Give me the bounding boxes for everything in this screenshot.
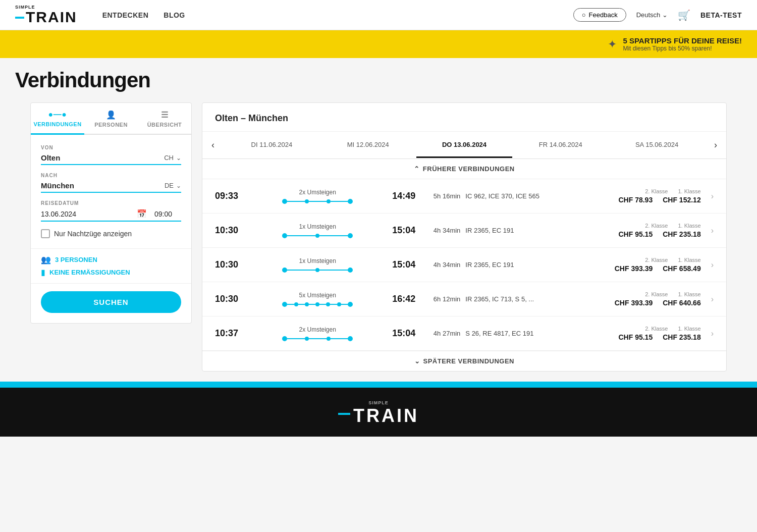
route-title: Olten – München	[215, 113, 288, 123]
conn-expand-icon-4[interactable]: ›	[711, 329, 714, 338]
nav-entdecken[interactable]: ENTDECKEN	[102, 11, 149, 19]
calendar-icon[interactable]: 📅	[137, 209, 147, 219]
date-tab-4[interactable]: SA 15.06.2024	[609, 133, 705, 158]
nav-blog[interactable]: BLOG	[164, 11, 185, 19]
feedback-button[interactable]: ○ Feedback	[573, 8, 626, 22]
conn-price1-1: CHF 235.18	[663, 230, 700, 238]
search-button[interactable]: SUCHEN	[41, 291, 181, 313]
conn-transfer-label-3: 5x Umsteigen	[299, 292, 336, 299]
conn-price-labels-2: 2. Klasse 1. Klasse	[610, 257, 701, 263]
connection-row-0[interactable]: 09:33 2x Umsteigen 14:49 5h 16min IC 962…	[202, 179, 726, 214]
logo[interactable]: SIMPLE TRAIN	[15, 5, 77, 25]
conn-duration-1: 4h 34min	[425, 227, 460, 234]
connection-row-1[interactable]: 10:30 1x Umsteigen 15:04 4h 34min IR 236…	[202, 214, 726, 248]
earlier-connections-toggle[interactable]: ⌃ FRÜHERE VERBINDUNGEN	[202, 159, 726, 179]
conn-prices-1: 2. Klasse 1. Klasse CHF 95.15 CHF 235.18	[610, 223, 701, 238]
conn-route-2: 1x Umsteigen	[248, 257, 387, 273]
conn-route-0: 2x Umsteigen	[248, 189, 387, 204]
lang-label: Deutsch	[636, 11, 661, 19]
footer-cyan-bar	[0, 382, 757, 388]
conn-expand-icon-1[interactable]: ›	[711, 226, 714, 235]
sidebar: ●―● VERBINDUNGEN 👤 PERSONEN ☰ ÜBERSICHT …	[30, 102, 192, 324]
time-input[interactable]	[154, 210, 185, 218]
discount-label: KEINE ERMÄSSIGUNGEN	[49, 269, 130, 276]
night-trains-row[interactable]: Nur Nachtzüge anzeigen	[31, 229, 191, 238]
conn-line-1	[282, 233, 353, 238]
to-input-row: DE ⌄	[41, 181, 181, 193]
persons-discounts-area: 👥 3 PERSONEN ▮ KEINE ERMÄSSIGUNGEN	[31, 248, 191, 284]
conn-class2-label-1: 2. Klasse	[645, 223, 668, 229]
conn-price1-2: CHF 658.49	[663, 264, 700, 273]
connection-row-2[interactable]: 10:30 1x Umsteigen 15:04 4h 34min IR 236…	[202, 248, 726, 282]
conn-expand-icon-2[interactable]: ›	[711, 260, 714, 270]
conn-line-0	[282, 199, 353, 204]
date-input[interactable]	[41, 210, 129, 218]
to-chevron-icon[interactable]: ⌄	[176, 182, 181, 189]
from-label: VON	[41, 145, 181, 150]
next-date-button[interactable]: ›	[705, 132, 726, 158]
conn-price-labels-1: 2. Klasse 1. Klasse	[610, 223, 701, 229]
from-country: CH	[164, 154, 174, 162]
chevron-up-icon: ⌃	[414, 165, 420, 173]
conn-expand-icon-0[interactable]: ›	[711, 192, 714, 201]
conn-price-values-1: CHF 95.15 CHF 235.18	[610, 230, 701, 238]
conn-depart-4: 10:37	[215, 328, 243, 339]
date-tab-0[interactable]: DI 11.06.2024	[224, 133, 320, 158]
conn-price-labels-3: 2. Klasse 1. Klasse	[610, 291, 701, 297]
conn-class1-label-0: 1. Klasse	[678, 188, 700, 194]
conn-price1-4: CHF 235.18	[663, 333, 700, 341]
conn-transfer-label-4: 2x Umsteigen	[299, 326, 336, 333]
conn-trains-1: IR 2365, EC 191	[465, 227, 605, 234]
tab-verbindungen[interactable]: ●―● VERBINDUNGEN	[31, 103, 84, 135]
header-right: ○ Feedback Deutsch ⌄ 🛒 BETA-TEST	[573, 8, 742, 22]
night-trains-checkbox[interactable]	[41, 229, 50, 238]
date-tabs: ‹ DI 11.06.2024 MI 12.06.2024 DO 13.06.2…	[202, 132, 726, 159]
footer-logo-bar	[338, 413, 350, 415]
logo-train-text: TRAIN	[15, 10, 77, 25]
conn-trains-3: IR 2365, IC 713, S 5, ...	[465, 295, 605, 303]
conn-price2-4: CHF 95.15	[619, 333, 653, 341]
from-chevron-icon[interactable]: ⌄	[176, 154, 181, 162]
conn-transfer-label-0: 2x Umsteigen	[299, 189, 336, 196]
from-input[interactable]	[41, 153, 164, 162]
conn-route-1: 1x Umsteigen	[248, 223, 387, 238]
connection-row-4[interactable]: 10:37 2x Umsteigen 15:04 4h 27min S 26, …	[202, 316, 726, 351]
date-tab-1[interactable]: MI 12.06.2024	[320, 133, 416, 158]
date-tab-3[interactable]: FR 14.06.2024	[512, 133, 609, 158]
tab-ubersicht[interactable]: ☰ ÜBERSICHT	[138, 103, 191, 134]
to-input[interactable]	[41, 181, 165, 190]
prev-date-button[interactable]: ‹	[202, 132, 224, 158]
savings-banner: ✦ 5 SPARTIPPS FÜR DEINE REISE! Mit diese…	[0, 30, 757, 58]
conn-price2-0: CHF 78.93	[619, 196, 653, 204]
beta-label: BETA-TEST	[700, 11, 742, 19]
conn-line-2	[282, 268, 353, 273]
conn-class1-label-4: 1. Klasse	[678, 326, 700, 332]
savings-icon: ✦	[608, 38, 617, 51]
conn-duration-3: 6h 12min	[425, 295, 460, 303]
conn-price-values-4: CHF 95.15 CHF 235.18	[610, 333, 701, 341]
conn-prices-3: 2. Klasse 1. Klasse CHF 393.39 CHF 640.6…	[610, 291, 701, 307]
cart-icon[interactable]: 🛒	[678, 9, 690, 21]
conn-price-labels-0: 2. Klasse 1. Klasse	[610, 188, 701, 194]
conn-expand-icon-3[interactable]: ›	[711, 295, 714, 304]
conn-class1-label-3: 1. Klasse	[678, 291, 700, 297]
date-tab-2[interactable]: DO 13.06.2024	[416, 133, 513, 158]
later-connections-toggle[interactable]: ⌄ SPÄTERE VERBINDUNGEN	[202, 351, 726, 371]
discount-icon: ▮	[41, 268, 45, 277]
persons-row[interactable]: 👥 3 PERSONEN	[41, 255, 181, 264]
footer-train-text: TRAIN	[0, 405, 757, 427]
persons-label: 3 PERSONEN	[55, 256, 97, 263]
conn-arrive-2: 15:04	[392, 259, 420, 270]
conn-depart-0: 09:33	[215, 191, 243, 201]
from-input-row: CH ⌄	[41, 153, 181, 165]
language-selector[interactable]: Deutsch ⌄	[636, 11, 668, 19]
conn-route-3: 5x Umsteigen	[248, 292, 387, 307]
savings-subtitle: Mit diesen Tipps bis 50% sparen!	[623, 45, 742, 52]
connection-row-3[interactable]: 10:30 5x Umsteigen 16:42 6h 12min IR 236…	[202, 282, 726, 316]
page-title-area: Verbindungen	[0, 58, 757, 92]
tab-personen[interactable]: 👤 PERSONEN	[84, 103, 138, 134]
tab-personen-label: PERSONEN	[94, 122, 128, 128]
from-section: VON CH ⌄	[31, 145, 191, 165]
conn-depart-3: 10:30	[215, 294, 243, 304]
discount-row[interactable]: ▮ KEINE ERMÄSSIGUNGEN	[41, 268, 181, 277]
